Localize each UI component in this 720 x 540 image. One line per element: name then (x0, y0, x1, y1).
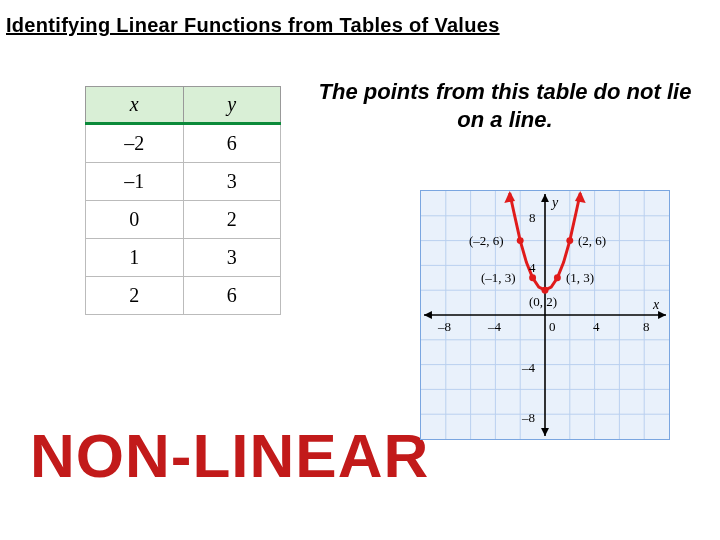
ytick: 8 (529, 210, 536, 226)
cell-y: 3 (183, 163, 281, 201)
table-row: –1 3 (86, 163, 281, 201)
cell-x: 2 (86, 277, 184, 315)
svg-point-28 (566, 237, 573, 244)
cell-x: 1 (86, 239, 184, 277)
chart-xy-plane: x y –8 –4 0 4 8 8 4 –4 –8 (–2, 6) (–1, 3… (420, 190, 670, 440)
svg-marker-23 (575, 191, 586, 203)
xtick: 4 (593, 319, 600, 335)
x-axis-label: x (653, 297, 659, 313)
chart-svg (421, 191, 669, 439)
slide: Identifying Linear Functions from Tables… (0, 0, 720, 540)
xtick: –4 (488, 319, 501, 335)
svg-point-27 (554, 274, 561, 281)
table-header-x: x (86, 87, 184, 124)
cell-x: –2 (86, 124, 184, 163)
ytick: –8 (522, 410, 535, 426)
cell-y: 6 (183, 277, 281, 315)
cell-y: 2 (183, 201, 281, 239)
svg-marker-22 (504, 191, 515, 203)
point-label: (1, 3) (566, 270, 594, 286)
svg-point-24 (517, 237, 524, 244)
point-label: (–2, 6) (469, 233, 504, 249)
cell-x: –1 (86, 163, 184, 201)
xtick: –8 (438, 319, 451, 335)
table-row: 0 2 (86, 201, 281, 239)
table-header-y: y (183, 87, 281, 124)
cell-x: 0 (86, 201, 184, 239)
svg-marker-19 (424, 311, 432, 319)
table-row: 2 6 (86, 277, 281, 315)
ytick: 4 (529, 260, 536, 276)
svg-marker-18 (658, 311, 666, 319)
chart-caption: The points from this table do not lie on… (305, 78, 705, 133)
xtick: 0 (549, 319, 556, 335)
svg-marker-21 (541, 428, 549, 436)
svg-point-26 (542, 287, 549, 294)
table-row: –2 6 (86, 124, 281, 163)
point-label: (0, 2) (529, 294, 557, 310)
cell-y: 3 (183, 239, 281, 277)
point-label: (2, 6) (578, 233, 606, 249)
point-label: (–1, 3) (481, 270, 516, 286)
slide-title: Identifying Linear Functions from Tables… (6, 14, 500, 37)
table-row: 1 3 (86, 239, 281, 277)
cell-y: 6 (183, 124, 281, 163)
xtick: 8 (643, 319, 650, 335)
xy-table: x y –2 6 –1 3 0 2 1 3 2 6 (85, 86, 281, 315)
nonlinear-label: NON-LINEAR (30, 420, 429, 491)
ytick: –4 (522, 360, 535, 376)
y-axis-label: y (552, 195, 558, 211)
svg-marker-20 (541, 194, 549, 202)
